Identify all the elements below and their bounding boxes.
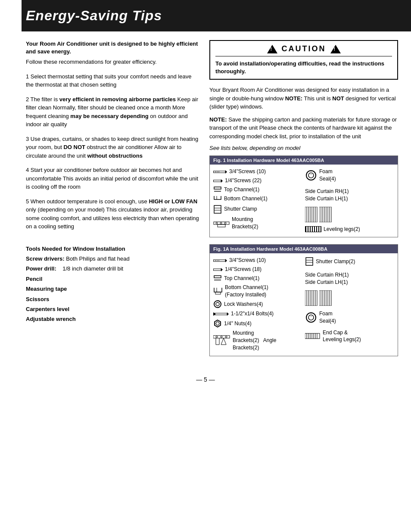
- mounting-bracket2-icon: [213, 334, 230, 347]
- screw-long-icon: [213, 170, 227, 174]
- para-3: 3 Use drapes, curtains, or shades to kee…: [26, 135, 201, 160]
- hw-curtain-img: [305, 206, 394, 223]
- caution-title: CAUTION: [282, 44, 326, 53]
- fig1a-table: Fig. 1A Installation Hardware Model 463A…: [209, 244, 398, 356]
- hw-side-curtain: Side Curtain RH(1)Side Curtain LH(1): [305, 187, 394, 203]
- top-channel2-icon: [213, 275, 222, 282]
- hw-top-channel: Top Channel(1): [213, 185, 302, 194]
- svg-marker-5: [225, 170, 227, 174]
- svg-rect-45: [214, 276, 221, 278]
- fig1-col-right: FoamSeal(4) Side Curtain RH(1)Side Curta…: [305, 167, 394, 233]
- svg-rect-60: [306, 258, 313, 265]
- para-2: 2 The filter is very efficient in removi…: [26, 95, 201, 129]
- hw-screws-14: 1/4"Screws (22): [213, 176, 302, 185]
- hw1a-end-cap: End Cap &Leveling Legs(2): [305, 328, 394, 345]
- svg-marker-54: [215, 320, 221, 327]
- page-header: Energy-Saving Tips: [0, 0, 411, 31]
- foam-seal2-icon: [305, 311, 317, 324]
- main-content: Your Room Air Conditioner unit is design…: [0, 40, 411, 363]
- svg-rect-9: [214, 187, 221, 189]
- hw-foam-seal: FoamSeal(4): [305, 167, 394, 184]
- hw-leveling-legs: Leveling legs(2): [305, 225, 394, 234]
- fig1a-col-left: 3/4"Screws (10) 1/4"Screws (18): [213, 256, 302, 352]
- para-1: 1 Select thermostat setting that suits y…: [26, 72, 201, 89]
- bolt-icon: [213, 312, 229, 316]
- hw1a-side-curtain: Side Curtain RH(1)Side Curtain LH(1): [305, 271, 394, 287]
- fig1a-body: 3/4"Screws (10) 1/4"Screws (18): [210, 253, 398, 355]
- svg-marker-44: [221, 268, 223, 271]
- screw-long2-icon: [213, 258, 227, 263]
- tools-section: Tools Needed for Window Installation Scr…: [26, 244, 201, 324]
- right-column: CAUTION To avoid installation/operating …: [209, 40, 398, 363]
- svg-marker-8: [221, 179, 223, 183]
- tool-pencil: Pencil: [26, 274, 201, 284]
- svg-point-57: [216, 336, 218, 338]
- end-cap-icon: [305, 332, 321, 340]
- hw-shutter-clamp: Shutter Clamp: [213, 204, 302, 215]
- tools-list: Tools Needed for Window Installation Scr…: [26, 244, 201, 324]
- fig1-table: Fig. 1 Installation Hardware Model 463AA…: [209, 156, 398, 237]
- caution-triangle-right: [330, 45, 341, 53]
- hw1a-mounting: MountingBrackets(2) AngleBrackets(2): [213, 329, 302, 352]
- caution-box: CAUTION To avoid installation/operating …: [209, 40, 398, 80]
- svg-rect-6: [213, 180, 221, 182]
- caution-text: To avoid installation/operating difficul…: [215, 60, 392, 75]
- hw-mounting-bracket: MountingBrackets(2): [213, 215, 302, 231]
- caution-header: CAUTION: [215, 44, 392, 56]
- curtain-left-icon: [305, 207, 318, 222]
- hw1a-top-channel: Top Channel(1): [213, 274, 302, 283]
- fig1-body: 3/4"Screws (10) 1/4"Screws (22): [210, 165, 398, 237]
- hw-bottom-channel: Bottom Channel(1): [213, 194, 302, 204]
- foam-seal-icon: [305, 169, 317, 181]
- tool-power-drill: Power drill: 1/8 inch diameter drill bit: [26, 264, 201, 274]
- left-column: Your Room Air Conditioner unit is design…: [26, 40, 201, 363]
- fig1a-row1: 3/4"Screws (10) 1/4"Screws (18): [213, 256, 394, 352]
- screw-short-icon: [213, 179, 223, 183]
- svg-rect-36: [213, 260, 225, 261]
- svg-rect-42: [213, 269, 221, 271]
- svg-point-50: [216, 302, 219, 306]
- curtain-right2-icon: [319, 290, 332, 306]
- tool-adjustable-wrench: Adjustable wrench: [26, 314, 201, 324]
- shutter-clamp2-icon: [305, 257, 314, 266]
- fig1a-col-right: Shutter Clamp(2) Side Curtain RH(1)Side …: [305, 256, 394, 344]
- bottom-channel-icon: [213, 195, 222, 203]
- svg-point-59: [225, 336, 227, 338]
- curtain-left2-icon: [305, 290, 318, 306]
- fig1-row1: 3/4"Screws (10) 1/4"Screws (22): [213, 167, 394, 233]
- svg-point-18: [224, 222, 226, 224]
- svg-marker-53: [227, 312, 229, 316]
- svg-point-17: [220, 222, 222, 224]
- svg-marker-41: [225, 259, 227, 262]
- hw1a-bolts: 1-1/2"x1/4 Bolts(4): [213, 309, 302, 318]
- svg-rect-79: [305, 333, 320, 339]
- svg-rect-0: [213, 171, 225, 173]
- svg-point-49: [214, 301, 221, 308]
- nut-icon: [213, 319, 222, 328]
- para-1-num: 1: [26, 73, 31, 80]
- leveling-legs-icon: [305, 226, 321, 232]
- svg-point-58: [221, 336, 222, 338]
- para-5: 5 When outdoor temperature is cool enoug…: [26, 197, 201, 231]
- hw1a-shutter-clamp: Shutter Clamp(2): [305, 256, 394, 267]
- hw-screws-34: 3/4"Screws (10): [213, 167, 302, 176]
- caution-triangle-left: [267, 45, 277, 53]
- mounting-bracket-icon: [213, 218, 230, 228]
- top-channel-icon: [213, 186, 222, 193]
- fig1-header: Fig. 1 Installation Hardware Model 463AA…: [210, 156, 398, 165]
- hw1a-bottom-channel: Bottom Channel(1)(Factory Installed): [213, 283, 302, 299]
- para-4: 4 Start your air conditioner before outd…: [26, 166, 201, 191]
- tool-carpenters-level: Carpenters level: [26, 304, 201, 314]
- shutter-clamp-icon: [213, 205, 222, 214]
- svg-point-55: [216, 322, 219, 325]
- screw-short2-icon: [213, 268, 223, 272]
- hw1a-screws-14: 1/4"Screws (18): [213, 265, 302, 274]
- hw1a-curtain-img: [305, 289, 394, 307]
- intro-bold: Your Room Air Conditioner unit is design…: [26, 40, 201, 56]
- fig1a-header: Fig. 1A Installation Hardware Model 463A…: [210, 245, 398, 253]
- page-title: Energy-Saving Tips: [26, 8, 398, 24]
- bottom-channel2-icon: [213, 287, 223, 296]
- svg-point-16: [216, 222, 218, 224]
- svg-marker-52: [213, 312, 216, 316]
- hw1a-foam-seal: FoamSeal(4): [305, 309, 394, 326]
